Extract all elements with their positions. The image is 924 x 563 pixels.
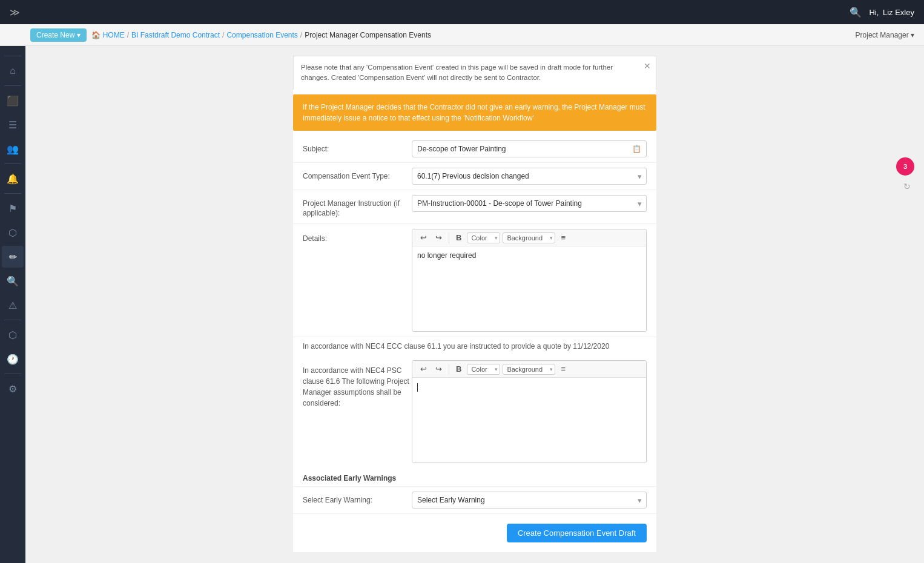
expand-nav-icon[interactable]: ≫ <box>10 7 20 18</box>
assumptions-color-dropdown-wrap: Color <box>467 364 500 375</box>
sidebar-divider-3 <box>4 163 21 164</box>
subject-copy-icon[interactable]: 📋 <box>632 145 641 153</box>
user-name: Liz Exley <box>883 8 914 17</box>
early-warnings-section-header: Associated Early Warnings <box>293 468 656 487</box>
comp-event-type-label: Compensation Event Type: <box>303 168 412 182</box>
submit-row: Create Compensation Event Draft <box>293 514 656 552</box>
pm-instruction-label: Project Manager Instruction (if applicab… <box>303 195 412 219</box>
pm-instruction-select[interactable]: PM-Instruction-00001 - De-scope of Tower… <box>412 195 647 212</box>
early-warning-row: Select Early Warning: Select Early Warni… <box>293 487 656 514</box>
assumptions-undo-button[interactable]: ↩ <box>417 363 430 375</box>
assumptions-editor: ↩ ↪ B Color Background <box>412 360 647 463</box>
early-warning-label: Select Early Warning: <box>303 492 412 505</box>
sidebar-icon-search[interactable]: 🔍 <box>2 270 24 292</box>
subject-input[interactable]: De-scope of Tower Painting 📋 <box>412 140 647 157</box>
search-icon[interactable]: 🔍 <box>850 7 862 18</box>
sidebar-divider-5 <box>4 320 21 320</box>
details-redo-button[interactable]: ↪ <box>432 232 445 243</box>
sidebar-icon-hexagon[interactable]: ⬡ <box>2 222 24 243</box>
assumptions-color-dropdown[interactable]: Color <box>467 364 500 375</box>
details-label: Details: <box>303 229 412 244</box>
refresh-icon[interactable]: ↻ <box>900 179 914 194</box>
sidebar-divider-2 <box>4 85 21 86</box>
user-greeting: Hi, Liz Exley <box>869 8 914 17</box>
details-toolbar: ↩ ↪ B Color Background <box>412 229 646 246</box>
sidebar-icon-settings[interactable]: ⚙ <box>2 378 24 400</box>
comp-event-type-row: Compensation Event Type: 60.1(7) Previou… <box>293 163 656 190</box>
sidebar-divider-6 <box>4 374 21 374</box>
breadcrumb-contract[interactable]: BI Fastdraft Demo Contract <box>131 31 220 39</box>
form-card: Please note that any 'Compensation Event… <box>293 56 656 552</box>
pm-instruction-select-wrapper: PM-Instruction-00001 - De-scope of Tower… <box>412 195 647 212</box>
assumptions-content-area[interactable] <box>412 378 646 463</box>
sidebar-icon-clock[interactable]: 🕐 <box>2 348 24 370</box>
sidebar-icon-people[interactable]: 👥 <box>2 138 24 160</box>
warning-banner: If the Project Manager decides that the … <box>293 94 656 131</box>
assumptions-bold-button[interactable]: B <box>453 363 464 375</box>
details-editor: ↩ ↪ B Color Background <box>412 229 647 332</box>
assumptions-label: In accordance with NEC4 PSC clause 61.6 … <box>303 360 412 409</box>
assumptions-background-dropdown-wrap: Background <box>503 364 555 375</box>
early-warning-select[interactable]: Select Early Warning <box>412 492 647 509</box>
info-banner: Please note that any 'Compensation Event… <box>293 56 656 90</box>
sidebar-icon-warning[interactable]: ⚠ <box>2 294 24 316</box>
comp-event-type-select[interactable]: 60.1(7) Previous decision changed <box>412 168 647 185</box>
sidebar-divider-4 <box>4 193 21 194</box>
chat-bubble[interactable]: 3 <box>896 157 914 176</box>
details-background-dropdown-wrap: Background <box>503 232 555 243</box>
details-background-dropdown[interactable]: Background <box>503 232 555 243</box>
comp-event-type-select-wrapper: 60.1(7) Previous decision changed <box>412 168 647 185</box>
topbar: ≫ 🔍 Hi, Liz Exley <box>0 0 924 24</box>
breadcrumb-section[interactable]: Compensation Events <box>226 31 297 39</box>
assumptions-row: In accordance with NEC4 PSC clause 61.6 … <box>293 355 656 468</box>
create-new-button[interactable]: Create New ▾ <box>30 28 87 42</box>
assumptions-list-button[interactable]: ≡ <box>558 363 569 375</box>
breadcrumb: 🏠 HOME / BI Fastdraft Demo Contract / Co… <box>91 31 431 39</box>
toolbar-divider-2 <box>449 364 449 375</box>
create-compensation-event-draft-button[interactable]: Create Compensation Event Draft <box>507 524 647 542</box>
sidebar-icon-pencil[interactable]: ✏ <box>2 246 24 268</box>
details-color-dropdown-wrap: Color <box>467 232 500 243</box>
sidebar-icon-list[interactable]: ☰ <box>2 114 24 136</box>
project-manager-button[interactable]: Project Manager ▾ <box>856 31 914 39</box>
breadcrumb-current: Project Manager Compensation Events <box>305 31 431 39</box>
assumptions-toolbar: ↩ ↪ B Color Background <box>412 361 646 378</box>
early-warning-select-wrapper: Select Early Warning <box>412 492 647 509</box>
sidebar: ≫ ⌂ ⬛ ☰ 👥 🔔 ⚑ ⬡ ✏ 🔍 ⚠ ⬡ 🕐 ⚙ <box>0 24 25 563</box>
subject-row: Subject: De-scope of Tower Painting 📋 <box>293 136 656 163</box>
sidebar-icon-home[interactable]: ⌂ <box>2 60 24 82</box>
info-banner-close-button[interactable]: ✕ <box>644 61 651 71</box>
sidebar-divider-1 <box>4 56 21 56</box>
details-row: Details: ↩ ↪ B Color <box>293 224 656 337</box>
sidebar-icon-layers[interactable]: ⬛ <box>2 90 24 111</box>
home-icon: 🏠 <box>91 31 101 39</box>
sidebar-icon-network[interactable]: ⬡ <box>2 324 24 346</box>
details-content-area[interactable]: no longer required <box>412 246 646 331</box>
assumptions-redo-button[interactable]: ↪ <box>432 363 445 375</box>
sidebar-icon-flag[interactable]: ⚑ <box>2 197 24 219</box>
details-list-button[interactable]: ≡ <box>558 232 569 243</box>
details-bold-button[interactable]: B <box>453 232 464 243</box>
breadcrumb-home[interactable]: HOME <box>103 31 125 39</box>
details-color-dropdown[interactable]: Color <box>467 232 500 243</box>
breadcrumb-bar: Create New ▾ 🏠 HOME / BI Fastdraft Demo … <box>0 24 924 46</box>
pm-instruction-row: Project Manager Instruction (if applicab… <box>293 190 656 225</box>
assumptions-background-dropdown[interactable]: Background <box>503 364 555 375</box>
quote-text: In accordance with NEC4 ECC clause 61.1 … <box>293 337 656 355</box>
main-content: Please note that any 'Compensation Event… <box>25 46 924 563</box>
toolbar-divider-1 <box>449 232 449 243</box>
sidebar-icon-bell[interactable]: 🔔 <box>2 168 24 189</box>
subject-label: Subject: <box>303 140 412 154</box>
details-undo-button[interactable]: ↩ <box>417 232 430 243</box>
